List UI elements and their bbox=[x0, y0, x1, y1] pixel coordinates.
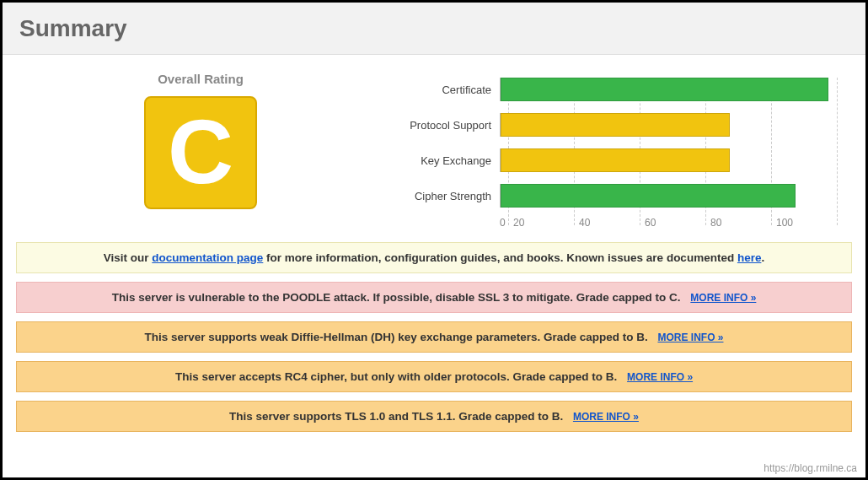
notice-text: This server supports TLS 1.0 and TLS 1.1… bbox=[229, 410, 563, 423]
chart-tick: 100 bbox=[776, 217, 842, 229]
chart-tick: 60 bbox=[645, 217, 710, 229]
chart-tick: 40 bbox=[579, 217, 645, 229]
page-title: Summary bbox=[19, 15, 849, 42]
notice-text-mid: for more information, configuration guid… bbox=[263, 251, 737, 264]
overall-rating-label: Overall Rating bbox=[19, 72, 382, 86]
chart-bar bbox=[501, 78, 828, 101]
chart-row-key-exchange: Key Exchange bbox=[382, 143, 849, 178]
watermark: https://blog.rmilne.ca bbox=[764, 462, 857, 474]
chart-bar bbox=[501, 148, 730, 172]
chart-row-cipher-strength: Cipher Strength bbox=[382, 178, 849, 213]
notice-documentation: Visit our documentation page for more in… bbox=[16, 242, 852, 273]
notice-tls10-tls11: This server supports TLS 1.0 and TLS 1.1… bbox=[16, 401, 852, 432]
notice-weak-dh: This server supports weak Diffie-Hellman… bbox=[16, 321, 852, 353]
chart-label: Cipher Strength bbox=[382, 190, 500, 202]
rating-bar-chart: Certificate Protocol Support Key Exchang… bbox=[382, 72, 849, 229]
chart-label: Protocol Support bbox=[382, 119, 500, 132]
notice-text: This server is vulnerable to the POODLE … bbox=[112, 291, 681, 304]
notice-text-post: . bbox=[761, 251, 764, 264]
chart-bar bbox=[501, 184, 796, 208]
chart-row-protocol-support: Protocol Support bbox=[382, 107, 849, 143]
grade-badge: C bbox=[144, 96, 257, 209]
chart-label: Certificate bbox=[382, 84, 500, 96]
more-info-link[interactable]: MORE INFO » bbox=[573, 411, 639, 423]
notices-list: Visit our documentation page for more in… bbox=[3, 237, 865, 432]
chart-row-certificate: Certificate bbox=[382, 72, 849, 107]
more-info-link[interactable]: MORE INFO » bbox=[627, 371, 693, 383]
notice-poodle: This server is vulnerable to the POODLE … bbox=[16, 282, 852, 313]
notice-text: This server accepts RC4 cipher, but only… bbox=[175, 370, 617, 383]
rating-block: Overall Rating C bbox=[19, 72, 382, 229]
known-issues-link[interactable]: here bbox=[737, 251, 762, 264]
summary-header: Summary bbox=[3, 3, 865, 55]
chart-x-axis: 0 20 40 60 80 100 bbox=[500, 217, 849, 229]
chart-tick: 20 bbox=[513, 217, 579, 229]
notice-text: This server supports weak Diffie-Hellman… bbox=[145, 331, 648, 343]
chart-tick: 0 bbox=[500, 217, 513, 229]
top-section: Overall Rating C Certificate Protocol Su… bbox=[3, 55, 865, 237]
notice-rc4: This server accepts RC4 cipher, but only… bbox=[16, 361, 852, 392]
notice-text-pre: Visit our bbox=[104, 251, 153, 264]
chart-label: Key Exchange bbox=[382, 154, 500, 167]
chart-bar bbox=[501, 113, 730, 137]
documentation-link[interactable]: documentation page bbox=[152, 251, 263, 264]
more-info-link[interactable]: MORE INFO » bbox=[657, 332, 723, 343]
more-info-link[interactable]: MORE INFO » bbox=[690, 292, 756, 304]
chart-tick: 80 bbox=[710, 217, 776, 229]
